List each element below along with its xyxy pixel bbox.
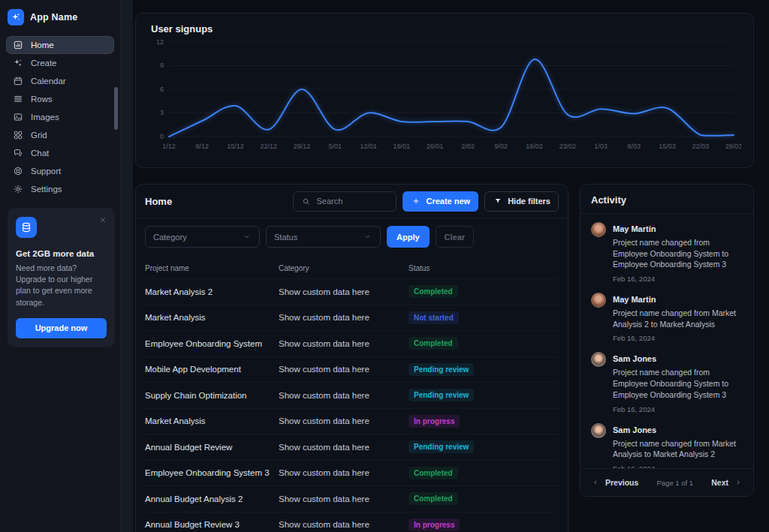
sidebar-item-create[interactable]: Create <box>6 54 114 72</box>
create-new-label: Create new <box>426 197 470 206</box>
activity-text: Project name changed from Market Analysi… <box>613 438 743 460</box>
sidebar-item-home[interactable]: Home <box>6 36 114 54</box>
status-select[interactable]: Status <box>266 226 381 248</box>
status-badge: Pending review <box>409 389 474 401</box>
cell-project-name: Market Analysis 2 <box>145 287 279 296</box>
activity-card: Activity May MartinProject name changed … <box>580 184 754 497</box>
svg-text:5/01: 5/01 <box>328 143 342 150</box>
sidebar-item-images[interactable]: Images <box>6 108 114 126</box>
avatar <box>591 423 606 438</box>
activity-user: May Martin <box>613 224 743 233</box>
category-select[interactable]: Category <box>145 226 260 248</box>
app-window: App Name HomeCreateCalendarRowsImagesGri… <box>0 0 769 532</box>
sidebar-item-chat[interactable]: Chat <box>6 144 114 162</box>
activity-date: Feb 16, 2024 <box>613 405 743 413</box>
search-input[interactable] <box>293 191 397 212</box>
column-project-name: Project name <box>145 264 279 272</box>
status-badge: Pending review <box>409 363 474 376</box>
status-badge: Completed <box>409 337 458 350</box>
sidebar-item-label: Create <box>31 59 57 68</box>
sidebar-item-label: Settings <box>31 185 62 194</box>
previous-button[interactable]: Previous <box>590 477 638 488</box>
activity-user: Sam Jones <box>613 425 743 434</box>
activity-date: Feb 16, 2024 <box>613 275 743 283</box>
sidebar: App Name HomeCreateCalendarRowsImagesGri… <box>0 0 120 532</box>
sidebar-item-support[interactable]: Support <box>6 162 114 180</box>
svg-text:16/02: 16/02 <box>526 143 543 150</box>
cell-category: Show custom data here <box>279 494 409 503</box>
upgrade-now-button[interactable]: Upgrade now <box>16 318 107 338</box>
table-row[interactable]: Employee Onboarding System 3Show custom … <box>145 460 559 486</box>
svg-text:3: 3 <box>160 110 164 117</box>
svg-text:0: 0 <box>160 133 164 140</box>
app-logo-icon <box>8 9 24 26</box>
chart-icon <box>13 40 23 50</box>
calendar-icon <box>13 76 23 86</box>
cell-category: Show custom data here <box>279 391 409 400</box>
sidebar-item-label: Grid <box>31 131 47 140</box>
cell-category: Show custom data here <box>279 365 409 374</box>
table-row[interactable]: Annual Budget ReviewShow custom data her… <box>145 434 559 460</box>
hide-filters-button[interactable]: Hide filters <box>484 191 559 212</box>
sidebar-item-rows[interactable]: Rows <box>6 90 114 108</box>
table-row[interactable]: Supply Chain OptimizationShow custom dat… <box>145 382 559 408</box>
table-body: Market Analysis 2Show custom data hereCo… <box>145 278 559 532</box>
svg-text:12: 12 <box>156 38 164 46</box>
table-row[interactable]: Mobile App DevelopmentShow custom data h… <box>145 356 559 383</box>
projects-table: Project name Category Status Market Anal… <box>136 255 568 532</box>
svg-text:9/02: 9/02 <box>495 143 508 150</box>
apply-button[interactable]: Apply <box>387 226 430 248</box>
cell-project-name: Annual Budget Analysis 2 <box>145 494 279 503</box>
svg-text:1/03: 1/03 <box>594 143 608 150</box>
table-row[interactable]: Market AnalysisShow custom data hereIn p… <box>145 408 559 434</box>
sidebar-item-settings[interactable]: Settings <box>6 180 114 198</box>
scrollbar-thumb[interactable] <box>114 87 118 130</box>
activity-item-body: Sam JonesProject name changed from Marke… <box>613 423 743 469</box>
svg-text:19/01: 19/01 <box>393 143 410 150</box>
svg-text:9: 9 <box>160 62 164 70</box>
activity-item-body: Sam JonesProject name changed from Emplo… <box>613 352 743 413</box>
table-row[interactable]: Market AnalysisShow custom data hereNot … <box>145 305 559 331</box>
create-new-button[interactable]: Create new <box>403 191 478 212</box>
rows-icon <box>13 94 23 104</box>
page-title: Home <box>145 196 172 207</box>
svg-text:22/12: 22/12 <box>260 143 277 150</box>
cell-project-name: Employee Onboarding System <box>145 339 279 348</box>
activity-item: May MartinProject name changed from Mark… <box>591 293 743 342</box>
activity-item: May MartinProject name changed from Empl… <box>591 222 743 283</box>
next-label: Next <box>711 478 728 487</box>
table-row[interactable]: Market Analysis 2Show custom data hereCo… <box>145 278 559 305</box>
sidebar-item-grid[interactable]: Grid <box>6 126 114 144</box>
clear-button[interactable]: Clear <box>436 226 475 248</box>
sidebar-item-calendar[interactable]: Calendar <box>6 72 114 90</box>
svg-text:29/12: 29/12 <box>294 143 311 150</box>
column-status: Status <box>409 264 559 272</box>
next-button[interactable]: Next <box>711 477 743 488</box>
status-badge: In progress <box>409 415 460 428</box>
table-row[interactable]: Annual Budget Analysis 2Show custom data… <box>145 485 559 512</box>
activity-user: May Martin <box>613 295 743 304</box>
activity-list: May MartinProject name changed from Empl… <box>581 214 753 468</box>
svg-text:8/12: 8/12 <box>196 143 210 150</box>
database-icon <box>16 217 37 238</box>
sidebar-item-label: Support <box>31 167 61 176</box>
activity-pagination: Previous Page 1 of 1 Next <box>581 468 753 496</box>
cell-category: Show custom data here <box>279 468 409 477</box>
table-row[interactable]: Annual Budget Review 3Show custom data h… <box>145 512 559 532</box>
cell-project-name: Mobile App Development <box>145 365 279 374</box>
cell-project-name: Annual Budget Review <box>145 443 279 452</box>
previous-label: Previous <box>605 478 638 487</box>
activity-text: Project name changed from Employee Onboa… <box>613 237 743 270</box>
avatar <box>591 352 606 367</box>
sparkles-icon <box>13 58 23 68</box>
cell-project-name: Annual Budget Review 3 <box>145 520 279 529</box>
images-icon <box>13 112 23 122</box>
table-row[interactable]: Employee Onboarding SystemShow custom da… <box>145 330 559 356</box>
cell-category: Show custom data here <box>279 339 409 348</box>
status-badge: Completed <box>409 285 458 298</box>
status-badge: In progress <box>409 518 460 531</box>
close-icon[interactable] <box>99 216 107 224</box>
status-badge: Pending review <box>409 440 474 453</box>
svg-text:8/03: 8/03 <box>628 143 641 150</box>
search-field[interactable] <box>316 197 389 206</box>
